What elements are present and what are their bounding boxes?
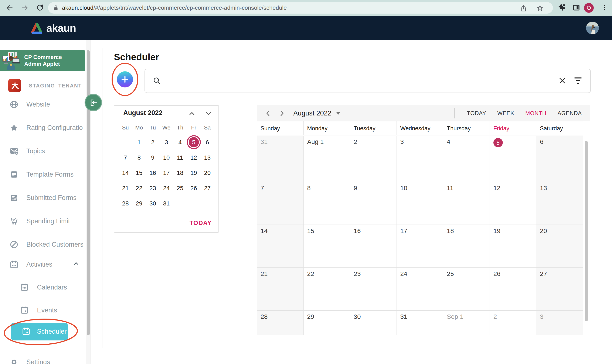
calendar-day-cell[interactable]: 25 (444, 268, 490, 310)
calendar-day-cell[interactable]: 19 (490, 225, 537, 267)
calendar-month-dropdown[interactable]: August 2022 (293, 109, 340, 117)
mini-calendar-day[interactable]: 25 (173, 181, 187, 196)
view-button-week[interactable]: WEEK (492, 110, 520, 116)
mini-calendar-day[interactable]: 8 (132, 150, 146, 165)
forward-icon[interactable] (20, 2, 30, 13)
side-panel-icon[interactable] (571, 2, 581, 13)
calendar-day-cell[interactable]: 30 (350, 311, 397, 335)
calendar-day-cell[interactable]: Aug 1 (304, 136, 350, 182)
mini-calendar-day[interactable]: 11 (173, 150, 187, 165)
mini-calendar-day[interactable]: 3 (160, 135, 173, 150)
chevron-up-icon[interactable] (72, 260, 80, 267)
mini-calendar-day[interactable]: 2 (146, 135, 160, 150)
mini-calendar-day[interactable]: 10 (160, 150, 173, 165)
calendar-day-cell[interactable]: 28 (257, 311, 304, 335)
calendar-day-cell[interactable]: 29 (304, 311, 350, 335)
mini-calendar-day[interactable]: 28 (119, 196, 132, 211)
browser-profile-avatar[interactable]: O (584, 3, 594, 13)
view-button-agenda[interactable]: AGENDA (552, 110, 587, 116)
bookmark-star-icon[interactable] (535, 3, 544, 13)
calendar-day-cell[interactable]: 14 (257, 225, 304, 267)
mini-calendar-day[interactable]: 12 (187, 150, 200, 165)
mini-calendar-today-button[interactable]: TODAY (190, 220, 212, 226)
calendar-day-cell[interactable]: 13 (537, 182, 583, 224)
calendar-day-cell[interactable]: 31 (397, 311, 443, 335)
calendar-day-cell[interactable]: 4 (444, 136, 490, 182)
calendar-day-cell[interactable]: 24 (397, 268, 443, 310)
mini-calendar-day[interactable]: 29 (132, 196, 146, 211)
share-icon[interactable] (519, 3, 528, 13)
mini-calendar-day[interactable]: 6 (201, 135, 214, 150)
mini-calendar-day[interactable]: 27 (201, 181, 214, 196)
calendar-prev-icon[interactable] (264, 109, 272, 117)
view-button-today[interactable]: TODAY (461, 110, 492, 116)
add-schedule-button[interactable] (117, 71, 133, 88)
akaun-logo[interactable]: akaun (30, 22, 76, 34)
calendar-day-cell[interactable]: 22 (304, 268, 350, 310)
calendar-day-cell[interactable]: 17 (397, 225, 443, 267)
search-input[interactable] (167, 73, 543, 90)
calendar-day-cell[interactable]: 23 (350, 268, 397, 310)
calendar-day-cell[interactable]: 15 (304, 225, 350, 267)
calendar-day-cell[interactable]: 2 (350, 136, 397, 182)
calendar-day-cell[interactable]: 5 (490, 136, 537, 182)
mini-calendar-selected-day[interactable]: 5 (189, 137, 199, 147)
calendar-day-cell[interactable]: 31 (257, 136, 304, 182)
sidebar-scrollbar-thumb[interactable] (87, 50, 90, 335)
calendar-day-cell[interactable]: 3 (537, 311, 583, 335)
mini-calendar-day[interactable]: 23 (146, 181, 160, 196)
applet-banner[interactable]: CP Commerce Admin Applet (0, 50, 85, 71)
calendar-day-cell[interactable]: 27 (537, 268, 583, 310)
browser-menu-kebab-icon[interactable] (599, 2, 610, 13)
mini-calendar-day[interactable]: 1 (132, 135, 146, 150)
mini-next-chevron-down-icon[interactable] (204, 109, 212, 117)
reload-icon[interactable] (35, 2, 45, 13)
collapse-applet-button[interactable] (84, 94, 102, 111)
mini-calendar-day[interactable]: 17 (160, 165, 173, 181)
address-bar[interactable]: akaun.cloud/#/applets/tnt/wavelet/cp-com… (48, 2, 553, 13)
calendar-day-cell[interactable]: 8 (304, 182, 350, 224)
mini-calendar-day[interactable]: 16 (146, 165, 160, 181)
sidebar-item-scheduler-active[interactable]: Scheduler (11, 323, 68, 340)
mini-calendar-day[interactable]: 15 (132, 165, 146, 181)
user-avatar[interactable] (586, 22, 599, 34)
mini-calendar-day[interactable]: 7 (119, 150, 132, 165)
calendar-day-cell[interactable]: 16 (350, 225, 397, 267)
calendar-day-cell[interactable]: 12 (490, 182, 537, 224)
calendar-day-cell[interactable]: 26 (490, 268, 537, 310)
calendar-day-cell[interactable]: 6 (537, 136, 583, 182)
calendar-day-cell[interactable]: 9 (350, 182, 397, 224)
view-button-month[interactable]: MONTH (520, 110, 552, 116)
mini-calendar-day[interactable]: 31 (160, 196, 173, 211)
clear-search-icon[interactable] (558, 77, 567, 85)
calendar-scrollbar-thumb[interactable] (585, 141, 588, 321)
mini-calendar-day[interactable]: 14 (119, 165, 132, 181)
calendar-day-cell[interactable]: 20 (537, 225, 583, 267)
mini-calendar-day[interactable]: 24 (160, 181, 173, 196)
calendar-day-cell[interactable]: 18 (444, 225, 490, 267)
mini-calendar-day[interactable]: 4 (173, 135, 187, 150)
calendar-next-icon[interactable] (278, 109, 286, 117)
calendar-day-cell[interactable]: 2 (490, 311, 537, 335)
mini-calendar-day[interactable]: 9 (146, 150, 160, 165)
mini-calendar-day[interactable]: 20 (201, 165, 214, 181)
mini-calendar-day[interactable]: 30 (146, 196, 160, 211)
mini-calendar-day[interactable]: 22 (132, 181, 146, 196)
mini-calendar-day-empty (187, 196, 200, 211)
mini-calendar-day[interactable]: 13 (201, 150, 214, 165)
calendar-day-header-sunday: Sunday (257, 121, 304, 135)
mini-calendar-day[interactable]: 19 (187, 165, 200, 181)
calendar-day-cell[interactable]: 7 (257, 182, 304, 224)
calendar-day-cell[interactable]: Sep 1 (444, 311, 490, 335)
mini-calendar-day[interactable]: 18 (173, 165, 187, 181)
extensions-puzzle-icon[interactable] (557, 2, 567, 13)
mini-calendar-day[interactable]: 21 (119, 181, 132, 196)
calendar-day-cell[interactable]: 10 (397, 182, 443, 224)
calendar-day-cell[interactable]: 21 (257, 268, 304, 310)
calendar-day-cell[interactable]: 3 (397, 136, 443, 182)
mini-calendar-day[interactable]: 26 (187, 181, 200, 196)
calendar-day-cell[interactable]: 11 (444, 182, 490, 224)
filter-icon[interactable] (573, 77, 583, 85)
mini-prev-chevron-up-icon[interactable] (188, 109, 196, 117)
back-icon[interactable] (4, 2, 14, 13)
